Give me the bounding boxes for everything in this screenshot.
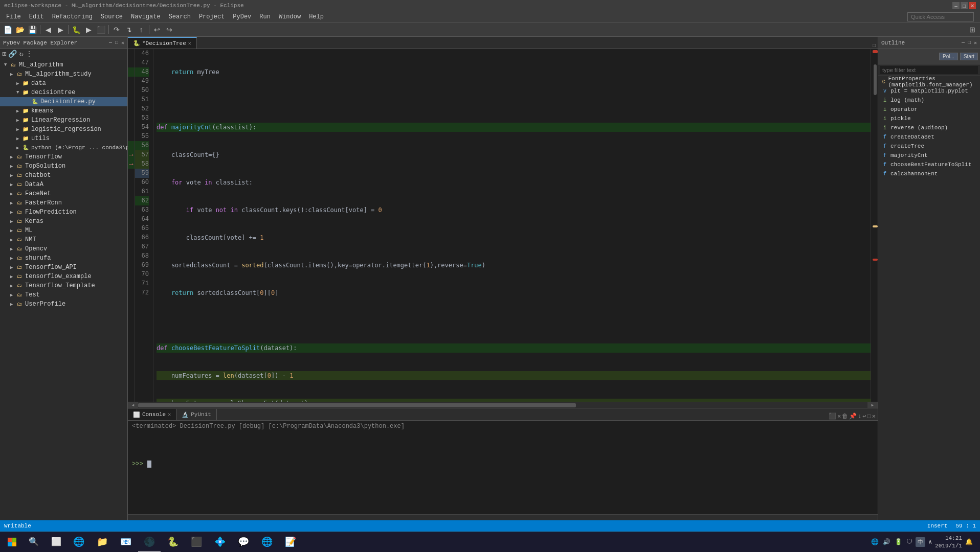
outline-item-choosebestfeature[interactable]: f chooseBestFeatureToSplit — [878, 160, 980, 169]
outline-item-majoritycnt[interactable]: f majorityCnt — [878, 151, 980, 160]
expand-arrow[interactable]: ▼ — [16, 90, 21, 95]
taskbar-task-view[interactable]: ⬜ — [45, 532, 68, 553]
sidebar-item-userprofile[interactable]: ▶ 🗂 UserProfile — [0, 300, 127, 309]
expand-arrow[interactable]: ▶ — [16, 145, 21, 151]
taskbar-edge[interactable]: 🌐 — [68, 532, 90, 553]
taskbar-search[interactable]: 🔍 — [23, 532, 45, 553]
toolbar-stop[interactable]: ⬛ — [95, 24, 106, 35]
expand-arrow[interactable]: ▶ — [10, 283, 15, 289]
menu-project[interactable]: Project — [195, 12, 229, 21]
expand-arrow[interactable]: ▶ — [10, 219, 15, 224]
tray-volume[interactable]: 🔊 — [882, 537, 892, 547]
toolbar-save[interactable]: 💾 — [27, 24, 38, 35]
toolbar-perspective[interactable]: ⊞ — [967, 24, 978, 35]
sidebar-item-decisiontree[interactable]: ▼ 📁 decisiontree — [0, 88, 127, 97]
sidebar-menu-btn[interactable]: ⋮ — [26, 50, 33, 58]
outline-minimize-btn[interactable]: — — [962, 40, 965, 46]
sidebar-item-tensorflow-template[interactable]: ▶ 🗂 Tensorflow_Template — [0, 281, 127, 290]
outline-item-fontproperties[interactable]: C FontProperties (matplotlib.font_manage… — [878, 77, 980, 86]
menu-help[interactable]: Help — [305, 12, 328, 21]
outline-item-calcshannonent[interactable]: f calcShannonEnt — [878, 169, 980, 178]
menu-source[interactable]: Source — [97, 12, 127, 21]
h-scrollbar-thumb[interactable] — [138, 403, 576, 407]
menu-pydev[interactable]: PyDev — [229, 12, 255, 21]
taskbar-wechat[interactable]: 💬 — [232, 532, 255, 553]
sidebar-item-shurufa[interactable]: ▶ 🗂 shurufa — [0, 254, 127, 263]
sidebar-item-ml[interactable]: ▶ 🗂 ML — [0, 226, 127, 235]
menu-navigate[interactable]: Navigate — [127, 12, 165, 21]
expand-arrow[interactable]: ▶ — [10, 182, 15, 188]
sidebar-item-tensorflow-api[interactable]: ▶ 🗂 Tensorflow_API — [0, 263, 127, 272]
sidebar-maximize-btn[interactable]: □ — [115, 40, 118, 46]
sidebar-item-opencv[interactable]: ▶ 🗂 Opencv — [0, 244, 127, 254]
sidebar-item-facenet[interactable]: ▶ 🗂 FaceNet — [0, 189, 127, 198]
toolbar-redo[interactable]: ↪ — [164, 24, 175, 35]
console-scrollbar[interactable] — [128, 514, 878, 520]
taskbar-chrome[interactable]: 🌐 — [256, 532, 278, 553]
taskbar-eclipse[interactable]: 🌑 — [138, 532, 161, 553]
expand-arrow[interactable]: ▼ — [4, 62, 9, 67]
sidebar-item-test[interactable]: ▶ 🗂 Test — [0, 290, 127, 300]
taskbar-vscode[interactable]: 💠 — [209, 532, 231, 553]
sidebar-item-tensorflow-example[interactable]: ▶ 🗂 tensorflow_example — [0, 272, 127, 281]
menu-search[interactable]: Search — [165, 12, 195, 21]
sidebar-item-data[interactable]: ▶ 📁 data — [0, 79, 127, 88]
expand-arrow[interactable]: ▶ — [16, 108, 21, 114]
quick-access-input[interactable] — [907, 12, 974, 21]
expand-arrow[interactable]: ▶ — [10, 173, 15, 178]
outline-filter-input[interactable] — [880, 66, 978, 74]
console-clear-btn[interactable]: 🗑 — [842, 412, 848, 420]
code-area[interactable]: return myTree def majorityCnt(classList)… — [153, 49, 871, 402]
sidebar-item-linearregression[interactable]: ▶ 📁 LinearRegression — [0, 116, 127, 125]
editor-tab-decisiontree[interactable]: 🐍 *DecisionTree ✕ — [128, 37, 197, 49]
console-maximize-btn[interactable]: □ — [867, 413, 871, 420]
expand-arrow[interactable]: ▶ — [10, 246, 15, 252]
sidebar-sync-btn[interactable]: ↻ — [19, 50, 23, 58]
console-tab[interactable]: ⬜ Console ✕ — [128, 409, 176, 420]
outline-close-btn[interactable]: ✕ — [974, 40, 977, 46]
expand-arrow[interactable]: ▶ — [10, 210, 15, 215]
toolbar-step-out[interactable]: ↑ — [136, 24, 147, 35]
expand-arrow[interactable]: ▶ — [10, 164, 15, 169]
toolbar-forward[interactable]: ▶ — [55, 24, 66, 35]
toolbar-back[interactable]: ◀ — [42, 24, 54, 35]
expand-arrow[interactable]: ▶ — [10, 237, 15, 243]
taskbar-mail[interactable]: 📧 — [115, 532, 137, 553]
expand-arrow[interactable]: ▶ — [10, 154, 15, 160]
tray-battery[interactable]: 🔋 — [894, 537, 903, 547]
sidebar-item-keras[interactable]: ▶ 🗂 Keras — [0, 217, 127, 226]
sidebar-minimize-btn[interactable]: — — [109, 40, 112, 46]
outline-item-plt[interactable]: v plt = matplotlib.pyplot — [878, 86, 980, 96]
sidebar-item-ml-algorithm[interactable]: ▼ 🗂 ML_algorithm — [0, 60, 127, 70]
outline-item-log[interactable]: i log (math) — [878, 96, 980, 105]
outline-maximize-btn[interactable]: □ — [968, 40, 971, 46]
sidebar-item-kmeans[interactable]: ▶ 📁 kmeans — [0, 106, 127, 116]
console-prompt-line[interactable]: >>> — [132, 461, 874, 468]
editor-scrollbar[interactable] — [871, 49, 878, 402]
scrollbar-thumb[interactable] — [874, 64, 877, 95]
expand-arrow[interactable]: ▶ — [16, 136, 21, 142]
console-pin-btn[interactable]: 📌 — [849, 412, 857, 420]
expand-arrow[interactable]: ▶ — [10, 274, 15, 280]
editor-content[interactable]: → → 46 47 48 49 50 51 52 53 54 55 56 — [128, 49, 878, 402]
pol-button[interactable]: Pol... — [939, 53, 958, 60]
minimize-button[interactable]: – — [952, 2, 960, 9]
console-remove-btn[interactable]: ✕ — [837, 412, 841, 420]
sidebar-link-btn[interactable]: 🔗 — [8, 50, 17, 58]
scroll-left-btn[interactable]: ◀ — [128, 402, 138, 408]
console-tab-close[interactable]: ✕ — [168, 411, 171, 418]
sidebar-item-chatbot[interactable]: ▶ 🗂 chatbot — [0, 171, 127, 180]
console-content[interactable]: <terminated> DecisionTree.py [debug] [e:… — [128, 421, 878, 514]
tray-antivirus[interactable]: 🛡 — [905, 537, 914, 547]
sidebar-item-flowprediction[interactable]: ▶ 🗂 FlowPrediction — [0, 208, 127, 217]
toolbar-new[interactable]: 📄 — [2, 24, 13, 35]
expand-arrow[interactable]: ▶ — [10, 256, 15, 261]
sidebar-item-fasterrcnn[interactable]: ▶ 🗂 FasterRcnn — [0, 198, 127, 208]
toolbar-run[interactable]: ▶ — [83, 24, 94, 35]
scroll-right-btn[interactable]: ▶ — [867, 402, 878, 408]
outline-item-operator[interactable]: i operator — [878, 105, 980, 114]
sidebar-item-tensorflow[interactable]: ▶ 🗂 Tensorflow — [0, 152, 127, 162]
toolbar-debug[interactable]: 🐛 — [71, 24, 82, 35]
outline-item-createtree[interactable]: f createTree — [878, 142, 980, 151]
horizontal-scrollbar[interactable]: ◀ ▶ — [128, 402, 878, 408]
